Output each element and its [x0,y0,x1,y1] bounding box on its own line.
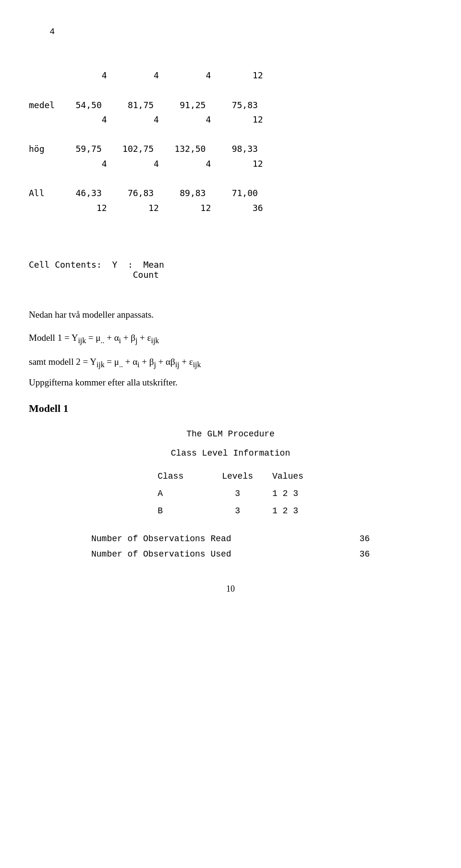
class-level-table: Class Levels Values A 3 1 2 3 B 3 1 2 3 [158,468,303,520]
i-subscript1: i [119,336,121,345]
class-col-header: Class [158,468,203,485]
obs-read-label: Number of Observations Read [91,534,231,544]
ijk-subscript1b: ijk [151,336,159,345]
ijk-subscript2: ijk [97,360,105,369]
obs-read-value: 36 [359,534,370,544]
uppgifterna-text: Uppgifterna kommer efter alla utskrifter… [29,377,432,388]
top-row-values: 4 [49,27,55,37]
values-col-header: Values [272,468,303,485]
data-table: 4 4 4 12 medel 54,50 81,75 91,25 75,83 4… [29,54,432,245]
dotdot-subscript2: .. [119,360,123,369]
levels-a-cell: 3 [203,485,272,502]
ijk-subscript2b: ijk [193,360,201,369]
ij-subscript2: ij [175,360,180,369]
values-b-cell: 1 2 3 [272,502,303,520]
class-b-cell: B [158,502,203,520]
ijk-subscript1: ijk [78,336,86,345]
levels-b-cell: 3 [203,502,272,520]
top-number-row: 4 [29,10,432,54]
page: 4 4 4 4 12 medel 54,50 81,75 91,25 75,83… [29,10,432,868]
class-level-info-title: Class Level Information [29,448,432,458]
class-level-table-container: Class Levels Values A 3 1 2 3 B 3 1 2 3 [29,468,432,520]
dotdot-subscript1: .. [101,336,105,345]
nedan-paragraph: Nedan har två modeller anpassats. [29,308,432,322]
table-header-row: Class Levels Values [158,468,303,485]
obs-used-label: Number of Observations Used [91,549,231,559]
levels-col-header: Levels [203,468,272,485]
table-row: B 3 1 2 3 [158,502,303,520]
page-number: 10 [29,584,432,594]
class-a-cell: A [158,485,203,502]
cell-contents-text: Cell Contents: Y : Mean Count [29,260,432,280]
obs-read-row: Number of Observations Read 36 [91,534,370,544]
table-content: 4 4 4 12 medel 54,50 81,75 91,25 75,83 4… [29,68,432,215]
observations-container: Number of Observations Read 36 Number of… [29,534,432,565]
nedan-text: Nedan har två modeller anpassats. [29,310,154,320]
obs-used-value: 36 [359,549,370,559]
modell2-formula: samt modell 2 = Yijk = μ.. + αi + βj + α… [29,353,432,372]
modell1-formula: Modell 1 = Yijk = μ.. + αi + βj + εijk [29,329,432,348]
glm-procedure-title: The GLM Procedure [29,429,432,439]
cell-contents-block: Cell Contents: Y : Mean Count [29,250,432,299]
table-row: A 3 1 2 3 [158,485,303,502]
j-subscript2: j [154,360,156,369]
obs-used-row: Number of Observations Used 36 [91,549,370,559]
j-subscript1: j [135,336,137,345]
modell1-heading: Modell 1 [29,402,432,415]
values-a-cell: 1 2 3 [272,485,303,502]
i-subscript2: i [137,360,139,369]
